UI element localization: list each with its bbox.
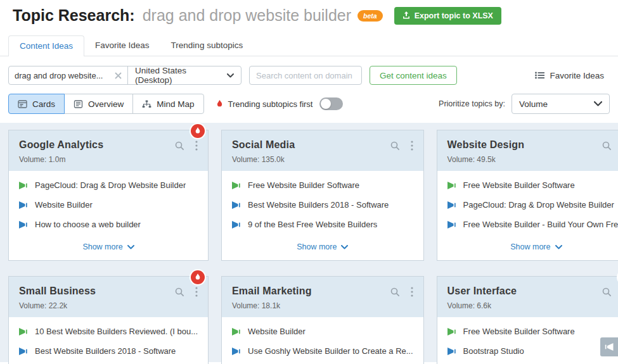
megaphone-icon: [232, 348, 241, 355]
card-volume: Volume: 6.6k: [447, 301, 618, 310]
chevron-down-icon: [127, 245, 134, 249]
view-bar: Cards Overview Mind Map Trending subtopi…: [0, 85, 618, 114]
show-more-link[interactable]: Show more: [19, 239, 198, 253]
view-switcher: Cards Overview Mind Map: [8, 94, 204, 114]
kebab-menu-icon[interactable]: [411, 287, 413, 297]
idea-item[interactable]: Bootstrap Studio: [447, 346, 618, 356]
search-icon[interactable]: [390, 141, 400, 151]
trending-toggle[interactable]: [319, 97, 343, 110]
topic-card: Social Media Volume: 135.0k Free Website…: [221, 130, 424, 261]
idea-item[interactable]: PageCloud: Drag & Drop Website Builder: [19, 180, 198, 190]
kebab-menu-icon[interactable]: [195, 287, 198, 297]
megaphone-icon: [232, 328, 241, 336]
idea-text: Free Website Builder - Build Your Own Fr…: [463, 220, 618, 229]
idea-item[interactable]: Free Website Builder - Build Your Own Fr…: [447, 220, 618, 229]
idea-item[interactable]: Free Website Builder Software: [232, 180, 413, 190]
card-title: User Interface: [447, 286, 517, 297]
trending-subtopics-first: Trending subtopics first: [216, 97, 344, 110]
card-volume: Volume: 49.5k: [447, 155, 618, 164]
idea-item[interactable]: Free Website Builder Software: [447, 180, 618, 190]
megaphone-icon: [232, 201, 241, 209]
view-overview-button[interactable]: Overview: [64, 94, 133, 114]
idea-text: Free Website Builder Software: [463, 327, 575, 336]
card-header: Email Marketing Volume: 18.1k: [222, 277, 423, 317]
cards-area: Google Analytics Volume: 1.0m PageCloud:…: [0, 123, 618, 362]
idea-item[interactable]: Best Website Builders 2018 - Software: [19, 346, 198, 356]
search-icon[interactable]: [602, 141, 612, 151]
idea-text: 9 of the Best Free Website Builders: [248, 220, 377, 229]
idea-item[interactable]: 9 of the Best Free Website Builders: [232, 220, 413, 229]
toggle-knob: [321, 99, 331, 109]
topic-card: Website Design Volume: 49.5k Free Websit…: [437, 130, 618, 261]
megaphone-icon: [19, 201, 28, 209]
card-items: Free Website Builder Software Bootstrap …: [437, 317, 618, 364]
show-more-link[interactable]: Show more: [447, 239, 618, 253]
card-volume: Volume: 18.1k: [232, 301, 413, 310]
card-header: Website Design Volume: 49.5k: [437, 130, 618, 171]
view-cards-button[interactable]: Cards: [8, 94, 65, 114]
chevron-down-icon: [341, 245, 348, 249]
search-icon[interactable]: [175, 141, 184, 151]
view-overview-label: Overview: [88, 99, 124, 109]
country-select[interactable]: United States (Desktop): [128, 66, 241, 84]
card-title: Google Analytics: [19, 139, 103, 151]
export-icon: [402, 11, 410, 20]
card-title: Social Media: [232, 139, 295, 151]
megaphone-icon: [19, 182, 28, 189]
mindmap-view-icon: [142, 100, 151, 108]
export-topic-button[interactable]: Export topic to XLSX: [394, 7, 501, 25]
card-header: Social Media Volume: 135.0k: [222, 130, 423, 171]
kebab-menu-icon[interactable]: [195, 141, 198, 151]
search-icon[interactable]: [602, 287, 612, 297]
megaphone-icon: [19, 221, 28, 229]
idea-item[interactable]: 10 Best Website Builders Reviewed. (I bo…: [19, 327, 198, 336]
topic-card: Google Analytics Volume: 1.0m PageCloud:…: [8, 130, 209, 261]
flame-icon: [216, 100, 223, 108]
card-header: Small Business Volume: 22.2k: [9, 277, 208, 317]
idea-item[interactable]: Use Goshly Website Builder to Create a R…: [232, 346, 413, 356]
view-mindmap-button[interactable]: Mind Map: [132, 94, 203, 114]
idea-item[interactable]: Best Website Builders 2018 - Software: [232, 200, 413, 210]
clear-keyword-icon[interactable]: [115, 72, 122, 79]
domain-search-input[interactable]: [249, 66, 362, 85]
search-icon[interactable]: [175, 287, 184, 297]
topic-research-page: Topic Research: drag and drop website bu…: [0, 0, 618, 364]
search-icon[interactable]: [390, 287, 400, 297]
card-header: Google Analytics Volume: 1.0m: [9, 130, 208, 171]
idea-text: Free Website Builder Software: [463, 180, 575, 190]
idea-item[interactable]: PageCloud: Drag & Drop Website Builder: [447, 200, 618, 210]
prioritize-select-value: Volume: [519, 99, 548, 109]
card-items: Free Website Builder Software PageCloud:…: [437, 171, 618, 260]
idea-text: How to choose a web builder: [35, 220, 141, 229]
card-volume: Volume: 1.0m: [19, 155, 198, 164]
view-mindmap-label: Mind Map: [157, 99, 194, 109]
megaphone-icon: [232, 182, 241, 189]
idea-text: Bootstrap Studio: [463, 346, 524, 356]
feedback-button[interactable]: [600, 337, 618, 356]
tab-trending-subtopics[interactable]: Trending subtopics: [160, 35, 254, 56]
megaphone-icon: [447, 348, 456, 355]
megaphone-icon: [447, 201, 456, 209]
megaphone-icon: [447, 328, 456, 336]
idea-item[interactable]: Website Builder: [19, 200, 198, 210]
tab-bar: Content Ideas Favorite Ideas Trending su…: [0, 35, 618, 56]
show-more-link[interactable]: Show more: [232, 239, 413, 253]
card-items: Free Website Builder Software Best Websi…: [222, 171, 423, 260]
chevron-down-icon: [555, 245, 562, 249]
card-items: PageCloud: Drag & Drop Website Builder W…: [9, 171, 208, 260]
show-more-label: Show more: [510, 242, 550, 251]
cards-view-icon: [18, 100, 27, 108]
kebab-menu-icon[interactable]: [411, 141, 413, 151]
idea-text: PageCloud: Drag & Drop Website Builder: [35, 180, 186, 190]
card-header: User Interface Volume: 6.6k: [437, 277, 618, 317]
get-content-ideas-button[interactable]: Get content ideas: [370, 66, 457, 85]
tab-favorite-ideas[interactable]: Favorite Ideas: [84, 35, 160, 56]
favorite-ideas-label: Favorite Ideas: [550, 71, 604, 80]
prioritize-select[interactable]: Volume: [512, 94, 610, 114]
idea-item[interactable]: Free Website Builder Software: [447, 327, 618, 336]
favorite-ideas-link[interactable]: Favorite Ideas: [535, 71, 610, 80]
idea-item[interactable]: Website Builder: [232, 327, 413, 336]
idea-item[interactable]: How to choose a web builder: [19, 220, 198, 229]
tab-content-ideas[interactable]: Content Ideas: [8, 35, 84, 56]
keyword-input[interactable]: [15, 71, 110, 80]
